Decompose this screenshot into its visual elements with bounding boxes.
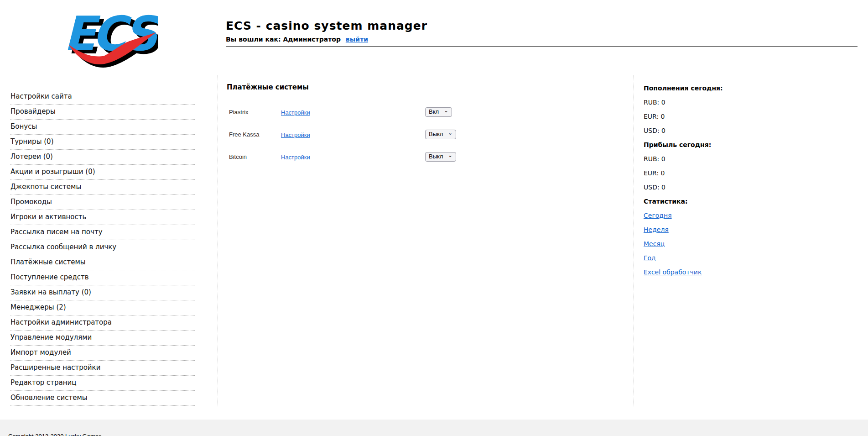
stats-panel: Пополнения сегодня: RUB: 0EUR: 0USD: 0 П… [644,85,780,283]
sidebar-item[interactable]: Менеджеры (2) [10,300,195,315]
statistics-title: Статистика: [644,198,780,205]
payment-name: Piastrix [229,109,281,116]
profit-amount-line: EUR: 0 [644,170,780,177]
payment-settings-link[interactable]: Настройки [281,154,310,161]
sidebar-item[interactable]: Импорт модулей [10,346,195,361]
deposit-amount-line: USD: 0 [644,127,780,134]
logout-link[interactable]: выйти [346,36,368,43]
sidebar-item[interactable]: Платёжные системы [10,255,195,270]
payment-state-select[interactable]: Выкл [425,130,456,139]
deposit-amount-line: EUR: 0 [644,113,780,120]
statistics-link[interactable]: Месяц [644,241,665,247]
login-status: Вы вошли как: Администратор выйти [226,36,427,43]
header-divider [226,46,858,47]
payment-state-select[interactable]: Выкл [425,152,456,162]
sidebar-item[interactable]: Настройки сайта [10,89,195,105]
sidebar-item[interactable]: Обновление системы [10,391,195,406]
payment-state-select-wrap: Вкл ⌄ [425,107,452,117]
sidebar-item[interactable]: Рассылка сообщений в личку [10,240,195,255]
statistics-link[interactable]: Год [644,255,656,262]
deposits-today-list: RUB: 0EUR: 0USD: 0 [644,99,780,134]
sidebar-menu: Настройки сайтаПровайдерыБонусыТурниры (… [10,89,195,406]
sidebar-item[interactable]: Провайдеры [10,105,195,120]
main-stats-divider [634,75,634,406]
payment-settings-link[interactable]: Настройки [281,109,310,116]
statistics-link[interactable]: Неделя [644,226,669,233]
sidebar-item[interactable]: Джекпоты системы [10,180,195,195]
statistics-link[interactable]: Excel обработчик [644,269,702,276]
payment-name: Bitcoin [229,153,281,160]
payment-state-select-wrap: Выкл ⌄ [425,152,456,162]
footer: Copyright 2013-2020 Lucky Games [0,420,868,436]
sidebar-item[interactable]: Турниры (0) [10,135,195,150]
payments-list: Piastrix Настройки Вкл ⌄ Free Kassa Наст… [227,107,628,162]
header: ECS - casino system manager Вы вошли как… [226,19,427,43]
deposit-amount-line: RUB: 0 [644,99,780,106]
payment-name: Free Kassa [229,131,281,138]
payment-state-select-wrap: Выкл ⌄ [425,129,456,139]
sidebar-item[interactable]: Бонусы [10,120,195,135]
sidebar-main-divider [218,75,218,406]
sidebar-item[interactable]: Лотереи (0) [10,150,195,165]
statistics-links: СегодняНеделяМесяцГодExcel обработчик [644,212,780,276]
profit-amount-line: RUB: 0 [644,156,780,163]
payment-state-select[interactable]: Вкл [425,107,452,117]
statistics-link[interactable]: Сегодня [644,212,672,219]
sidebar-item[interactable]: Рассылка писем на почту [10,225,195,240]
login-status-text: Вы вошли как: Администратор [226,36,341,43]
sidebar-item[interactable]: Настройки администратора [10,315,195,331]
sidebar-item[interactable]: Управление модулями [10,331,195,346]
profit-today-list: RUB: 0EUR: 0USD: 0 [644,156,780,191]
sidebar-item[interactable]: Промокоды [10,195,195,210]
profit-amount-line: USD: 0 [644,184,780,191]
ecs-logo: ECS ECS [62,6,158,69]
payment-settings-link[interactable]: Настройки [281,131,310,138]
sidebar-item[interactable]: Игроки и активность [10,210,195,225]
sidebar-item[interactable]: Заявки на выплату (0) [10,285,195,300]
ecs-logo-image: ECS ECS [62,6,158,69]
sidebar-item[interactable]: Редактор страниц [10,376,195,391]
sidebar-item[interactable]: Акции и розыгрыши (0) [10,165,195,180]
sidebar-item[interactable]: Расширенные настройки [10,361,195,376]
payments-heading: Платёжные системы [227,83,628,91]
sidebar-item[interactable]: Поступление средств [10,270,195,285]
payment-row: Piastrix Настройки Вкл ⌄ [227,107,628,117]
copyright-text: Copyright 2013-2020 Lucky Games [8,433,102,436]
page-title: ECS - casino system manager [226,19,427,32]
profit-today-title: Прибыль сегодня: [644,142,780,148]
payment-row: Bitcoin Настройки Выкл ⌄ [227,152,628,162]
deposits-today-title: Пополнения сегодня: [644,85,780,92]
payments-section: Платёжные системы Piastrix Настройки Вкл… [227,83,628,174]
payment-row: Free Kassa Настройки Выкл ⌄ [227,129,628,139]
